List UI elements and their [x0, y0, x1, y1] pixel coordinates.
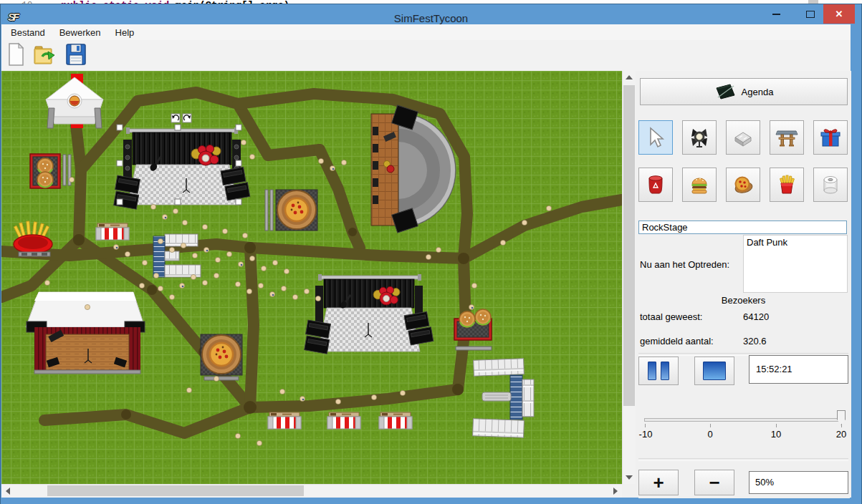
menu-help[interactable]: Help	[115, 27, 135, 38]
tool-pizza-stand[interactable]	[726, 168, 760, 202]
map-object-ticket-stand[interactable]	[96, 223, 129, 240]
minus-icon: −	[709, 475, 719, 490]
side-panel: Agenda	[638, 71, 850, 498]
burger-icon	[687, 173, 712, 197]
tool-path-tile[interactable]	[726, 120, 760, 155]
map-object-striped-stall-1[interactable]	[268, 412, 301, 429]
tool-trash-bin[interactable]	[638, 168, 673, 202]
slider-tick	[776, 424, 777, 427]
zoom-in-button[interactable]: +	[638, 470, 679, 495]
pause-icon	[648, 362, 656, 380]
slider-label-max: 20	[836, 429, 846, 440]
maximize-icon	[806, 11, 815, 18]
menu-bewerken[interactable]: Bewerken	[59, 27, 101, 38]
scroll-up-button[interactable]	[623, 71, 635, 83]
vertical-scroll-thumb[interactable]	[623, 85, 635, 406]
toilet-roll-icon	[818, 173, 843, 197]
spotlight-icon	[687, 125, 712, 150]
new-file-button[interactable]	[3, 42, 29, 67]
minimize-icon	[772, 14, 780, 15]
map-object-striped-stall-3[interactable]	[379, 412, 412, 429]
cursor-icon	[643, 125, 668, 150]
map-object-barn-stage[interactable]	[26, 292, 145, 374]
tool-gift-shop[interactable]	[813, 120, 848, 155]
map-object-striped-stall-2[interactable]	[327, 412, 360, 429]
visitors-total-value: 64120	[743, 311, 769, 322]
stage-info-section: Daft Punk Nu aan het Optreden: Bezoekers…	[638, 235, 848, 354]
screen: 10 public static void main(String[] args…	[0, 0, 862, 504]
separator	[638, 458, 848, 461]
stop-icon	[703, 362, 726, 380]
horizontal-scroll-thumb[interactable]	[47, 485, 304, 496]
pause-button[interactable]	[638, 357, 679, 385]
slider-tick	[645, 424, 646, 427]
scroll-up-icon	[626, 75, 633, 79]
clock-display: 15:52:21	[749, 355, 848, 384]
slider-label-ten: 10	[771, 429, 781, 440]
scroll-down-icon	[626, 475, 633, 480]
visitors-heading: Bezoekers	[638, 295, 848, 306]
pizza-icon	[731, 173, 755, 197]
map-object-second-stage[interactable]	[303, 274, 434, 354]
visitors-average-label: gemiddeld aantal:	[640, 336, 714, 346]
tool-spotlight[interactable]	[682, 120, 717, 155]
slider-tick	[710, 424, 711, 427]
tool-toilet[interactable]	[813, 168, 848, 202]
scroll-right-button[interactable]	[609, 485, 621, 497]
toolbar	[1, 40, 851, 71]
scroll-left-button[interactable]	[1, 485, 14, 497]
visitors-total-label: totaal geweest:	[640, 311, 702, 322]
app-window: SF SimFestTycoon ✕ Bestand Bewerken Help	[0, 4, 862, 504]
agenda-button[interactable]: Agenda	[640, 78, 848, 105]
agenda-button-label: Agenda	[742, 87, 774, 97]
client-area: Agenda	[1, 71, 851, 498]
menu-bestand[interactable]: Bestand	[11, 27, 45, 38]
menu-bar: Bestand Bewerken Help	[1, 24, 851, 40]
plus-icon: +	[653, 475, 664, 490]
tool-fries-stand[interactable]	[770, 168, 804, 202]
entrance-gate-icon	[775, 125, 799, 150]
fries-icon	[775, 173, 799, 197]
title-bar[interactable]: SF SimFestTycoon ✕	[1, 4, 861, 24]
zoom-out-button[interactable]: −	[694, 470, 734, 495]
close-icon: ✕	[835, 9, 843, 19]
pause-icon	[661, 362, 669, 380]
speed-slider-track[interactable]	[644, 418, 844, 422]
map-object-pizza-table[interactable]	[265, 190, 317, 231]
slider-label-min: -10	[639, 429, 653, 440]
tool-burger-stand[interactable]	[682, 168, 717, 202]
rotate-right-handle[interactable]	[183, 114, 191, 122]
map-horizontal-scrollbar[interactable]	[1, 484, 622, 498]
now-performing-value: Daft Punk	[747, 237, 787, 248]
open-file-button[interactable]	[32, 42, 57, 67]
now-performing-list[interactable]: Daft Punk	[743, 235, 848, 293]
agenda-book-icon	[714, 83, 736, 100]
trash-bin-icon	[643, 173, 668, 197]
visitors-average-value: 320.6	[743, 336, 767, 346]
tool-entrance-gate[interactable]	[770, 120, 804, 155]
close-button[interactable]: ✕	[823, 4, 855, 24]
minimize-button[interactable]	[766, 4, 786, 24]
festival-map-canvas[interactable]	[1, 71, 622, 484]
zoom-level-display: 50%	[749, 471, 848, 494]
now-performing-label: Nu aan het Optreden:	[640, 259, 729, 270]
maximize-button[interactable]	[800, 4, 820, 24]
tool-select-cursor[interactable]	[638, 120, 673, 155]
map-object-pizza-table-2[interactable]	[201, 334, 242, 380]
rotate-left-handle[interactable]	[171, 114, 180, 122]
save-file-icon	[64, 42, 87, 67]
scroll-down-button[interactable]	[623, 471, 635, 483]
map-vertical-scrollbar[interactable]	[622, 71, 636, 484]
stop-button[interactable]	[694, 357, 734, 385]
slider-tick	[841, 424, 842, 427]
stage-name-input[interactable]	[638, 220, 847, 234]
slider-label-zero: 0	[707, 429, 712, 440]
map-object-burger-stand[interactable]	[30, 154, 71, 188]
new-file-icon	[4, 42, 27, 67]
gift-icon	[818, 125, 843, 150]
speed-slider-thumb[interactable]	[837, 410, 846, 425]
save-file-button[interactable]	[63, 42, 89, 67]
scroll-right-icon	[613, 488, 618, 495]
scroll-left-icon	[6, 488, 10, 495]
open-file-icon	[32, 42, 57, 67]
